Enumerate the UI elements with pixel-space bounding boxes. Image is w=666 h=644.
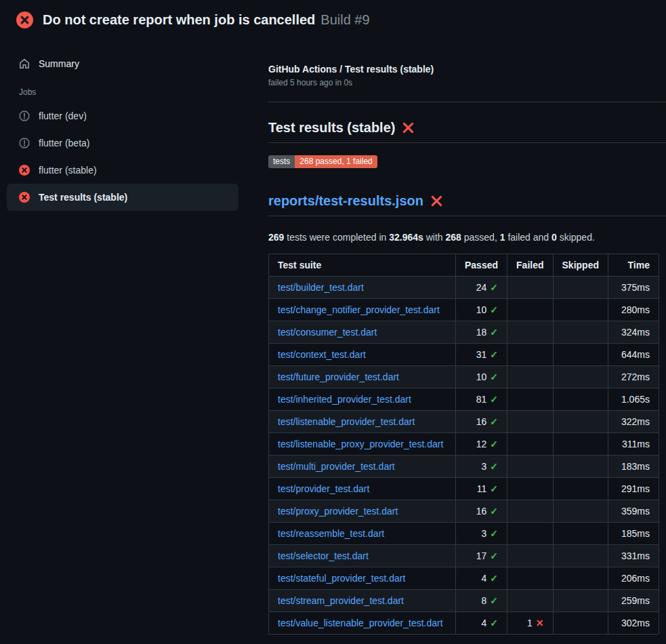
sidebar: Summary Jobs flutter (dev) f bbox=[0, 39, 238, 211]
time-cell: 324ms bbox=[608, 321, 659, 344]
failed-cell bbox=[507, 567, 553, 590]
passed-cell: 24✓ bbox=[456, 277, 507, 299]
suite-link[interactable]: test/value_listenable_provider_test.dart bbox=[278, 618, 443, 628]
failed-cell bbox=[507, 523, 553, 545]
suite-link[interactable]: test/listenable_provider_test.dart bbox=[278, 416, 415, 427]
check-icon: ✓ bbox=[490, 371, 498, 382]
table-row: test/selector_test.dart 17✓ 331ms bbox=[269, 545, 659, 567]
skipped-cell bbox=[553, 500, 608, 523]
passed-cell: 81✓ bbox=[456, 388, 507, 411]
time-cell: 272ms bbox=[608, 366, 659, 388]
failed-cell bbox=[507, 344, 553, 366]
failed-cell bbox=[507, 433, 553, 456]
test-results-table: Test suite Passed Failed Skipped Time te… bbox=[268, 254, 659, 635]
suite-link[interactable]: test/consumer_test.dart bbox=[278, 327, 377, 338]
skipped-cell bbox=[553, 523, 608, 545]
tests-badge: tests 268 passed, 1 failed bbox=[268, 155, 377, 168]
failed-cell bbox=[507, 411, 553, 433]
table-body: test/builder_test.dart 24✓ 375ms test/ch… bbox=[269, 277, 659, 635]
table-header-row: Test suite Passed Failed Skipped Time bbox=[269, 254, 659, 277]
section-heading: Test results (stable) bbox=[268, 120, 666, 143]
suite-link[interactable]: test/inherited_provider_test.dart bbox=[278, 394, 411, 405]
report-file-link[interactable]: reports/test-results.json bbox=[268, 193, 423, 209]
run-header: Do not create report when job is cancell… bbox=[0, 0, 666, 39]
time-cell: 359ms bbox=[608, 500, 659, 523]
suite-cell: test/change_notifier_provider_test.dart bbox=[269, 299, 456, 321]
badge-label: tests bbox=[268, 155, 295, 168]
suite-link[interactable]: test/change_notifier_provider_test.dart bbox=[278, 304, 440, 315]
skipped-cell bbox=[553, 321, 608, 344]
suite-link[interactable]: test/context_test.dart bbox=[278, 349, 366, 360]
suite-link[interactable]: test/provider_test.dart bbox=[278, 483, 369, 494]
run-status-line: failed 5 hours ago in 0s bbox=[268, 78, 666, 87]
summary-sentence: 269 tests were completed in 32.964s with… bbox=[268, 232, 666, 243]
table-row: test/consumer_test.dart 18✓ 324ms bbox=[269, 321, 659, 344]
suite-link[interactable]: test/stateful_provider_test.dart bbox=[278, 573, 405, 584]
skipped-cell bbox=[553, 299, 608, 321]
suite-link[interactable]: test/listenable_proxy_provider_test.dart bbox=[278, 439, 443, 449]
failed-cell: 1✕ bbox=[507, 612, 553, 635]
badge-value: 268 passed, 1 failed bbox=[295, 155, 377, 168]
suite-cell: test/future_provider_test.dart bbox=[269, 366, 456, 388]
x-circle-icon bbox=[16, 12, 33, 28]
suite-link[interactable]: test/builder_test.dart bbox=[278, 282, 364, 293]
suite-link[interactable]: test/selector_test.dart bbox=[278, 550, 369, 561]
suite-link[interactable]: test/reassemble_test.dart bbox=[278, 528, 384, 539]
failed-count: 1 bbox=[500, 232, 505, 243]
passed-cell: 12✓ bbox=[456, 433, 507, 456]
table-row: test/listenable_proxy_provider_test.dart… bbox=[269, 433, 659, 456]
failed-cell bbox=[507, 456, 553, 478]
time-cell: 280ms bbox=[608, 299, 659, 321]
x-circle-icon bbox=[19, 192, 30, 203]
sidebar-item-summary[interactable]: Summary bbox=[7, 51, 238, 77]
check-icon: ✓ bbox=[490, 618, 498, 628]
column-passed: Passed bbox=[456, 254, 507, 277]
red-x-icon bbox=[402, 121, 415, 134]
suite-cell: test/multi_provider_test.dart bbox=[269, 456, 456, 478]
time-cell: 206ms bbox=[608, 567, 659, 590]
passed-cell: 16✓ bbox=[456, 500, 507, 523]
skipped-cell bbox=[553, 366, 608, 388]
suite-link[interactable]: test/stream_provider_test.dart bbox=[278, 595, 404, 606]
stop-icon bbox=[19, 138, 30, 148]
failed-cell bbox=[507, 277, 553, 299]
time-cell: 183ms bbox=[608, 456, 659, 478]
failed-cell bbox=[507, 478, 553, 500]
passed-cell: 31✓ bbox=[456, 344, 507, 366]
suite-cell: test/listenable_provider_test.dart bbox=[269, 411, 456, 433]
suite-cell: test/provider_test.dart bbox=[269, 478, 456, 500]
sidebar-job-item[interactable]: Test results (stable) bbox=[7, 184, 238, 211]
suite-link[interactable]: test/multi_provider_test.dart bbox=[278, 461, 395, 472]
check-icon: ✓ bbox=[490, 595, 498, 606]
suite-link[interactable]: test/future_provider_test.dart bbox=[278, 371, 399, 382]
sidebar-job-item[interactable]: flutter (beta) bbox=[7, 129, 238, 157]
skipped-cell bbox=[553, 433, 608, 456]
suite-link[interactable]: test/proxy_provider_test.dart bbox=[278, 506, 398, 517]
skipped-cell bbox=[553, 277, 608, 299]
failed-cell bbox=[507, 590, 553, 612]
sidebar-job-item[interactable]: flutter (stable) bbox=[7, 157, 238, 184]
skipped-cell bbox=[553, 411, 608, 433]
check-icon: ✓ bbox=[490, 416, 498, 427]
passed-cell: 3✓ bbox=[456, 523, 507, 545]
passed-cell: 11✓ bbox=[456, 478, 507, 500]
passed-cell: 8✓ bbox=[456, 590, 507, 612]
suite-cell: test/context_test.dart bbox=[269, 344, 456, 366]
suite-cell: test/listenable_proxy_provider_test.dart bbox=[269, 433, 456, 456]
skipped-cell bbox=[553, 388, 608, 411]
passed-cell: 10✓ bbox=[456, 299, 507, 321]
check-icon: ✓ bbox=[490, 483, 498, 494]
table-row: test/future_provider_test.dart 10✓ 272ms bbox=[269, 366, 659, 388]
skipped-count: 0 bbox=[551, 232, 557, 243]
skipped-cell bbox=[553, 590, 608, 612]
suite-cell: test/inherited_provider_test.dart bbox=[269, 388, 456, 411]
failed-cell bbox=[507, 388, 553, 411]
check-icon: ✓ bbox=[490, 550, 498, 561]
check-icon: ✓ bbox=[490, 439, 498, 449]
sidebar-job-item[interactable]: flutter (dev) bbox=[7, 102, 238, 129]
skipped-cell bbox=[553, 567, 608, 590]
passed-cell: 4✓ bbox=[456, 567, 507, 590]
suite-cell: test/builder_test.dart bbox=[269, 277, 456, 299]
skipped-cell bbox=[553, 545, 608, 567]
table-row: test/inherited_provider_test.dart 81✓ 1.… bbox=[269, 388, 659, 411]
